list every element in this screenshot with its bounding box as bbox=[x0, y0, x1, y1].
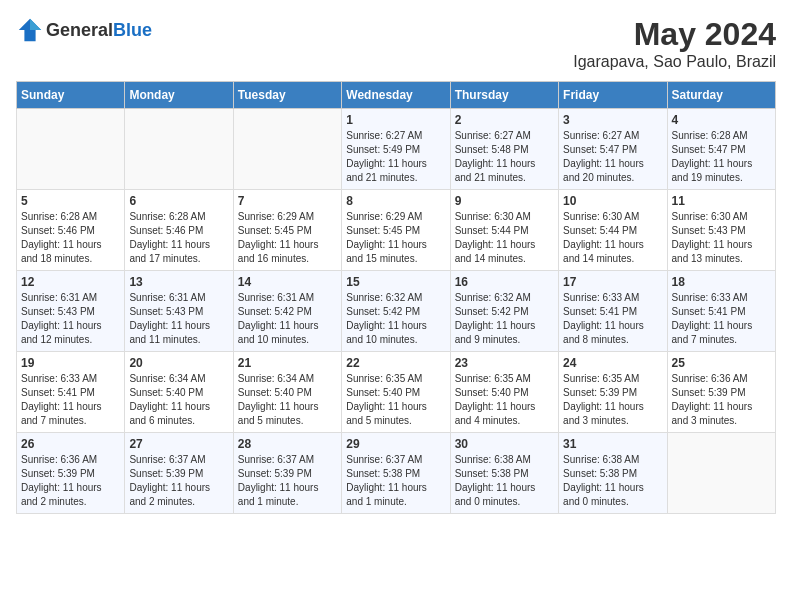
day-info: Sunrise: 6:31 AMSunset: 5:43 PMDaylight:… bbox=[21, 291, 120, 347]
day-info: Sunrise: 6:29 AMSunset: 5:45 PMDaylight:… bbox=[238, 210, 337, 266]
weekday-header: Friday bbox=[559, 82, 667, 109]
logo-blue: Blue bbox=[113, 20, 152, 40]
weekday-header: Monday bbox=[125, 82, 233, 109]
calendar-day-cell: 7Sunrise: 6:29 AMSunset: 5:45 PMDaylight… bbox=[233, 190, 341, 271]
weekday-header: Tuesday bbox=[233, 82, 341, 109]
calendar-day-cell: 29Sunrise: 6:37 AMSunset: 5:38 PMDayligh… bbox=[342, 433, 450, 514]
month-title: May 2024 bbox=[573, 16, 776, 53]
logo-text: GeneralBlue bbox=[46, 20, 152, 41]
day-number: 2 bbox=[455, 113, 554, 127]
calendar-day-cell bbox=[17, 109, 125, 190]
day-number: 22 bbox=[346, 356, 445, 370]
day-number: 16 bbox=[455, 275, 554, 289]
day-number: 8 bbox=[346, 194, 445, 208]
day-number: 13 bbox=[129, 275, 228, 289]
day-info: Sunrise: 6:28 AMSunset: 5:46 PMDaylight:… bbox=[21, 210, 120, 266]
day-number: 9 bbox=[455, 194, 554, 208]
calendar-week-row: 26Sunrise: 6:36 AMSunset: 5:39 PMDayligh… bbox=[17, 433, 776, 514]
day-info: Sunrise: 6:30 AMSunset: 5:44 PMDaylight:… bbox=[455, 210, 554, 266]
day-number: 20 bbox=[129, 356, 228, 370]
day-info: Sunrise: 6:32 AMSunset: 5:42 PMDaylight:… bbox=[346, 291, 445, 347]
calendar-day-cell: 8Sunrise: 6:29 AMSunset: 5:45 PMDaylight… bbox=[342, 190, 450, 271]
day-info: Sunrise: 6:28 AMSunset: 5:47 PMDaylight:… bbox=[672, 129, 771, 185]
day-number: 18 bbox=[672, 275, 771, 289]
logo-icon bbox=[16, 16, 44, 44]
day-info: Sunrise: 6:33 AMSunset: 5:41 PMDaylight:… bbox=[21, 372, 120, 428]
day-number: 27 bbox=[129, 437, 228, 451]
day-info: Sunrise: 6:35 AMSunset: 5:40 PMDaylight:… bbox=[346, 372, 445, 428]
calendar-day-cell bbox=[125, 109, 233, 190]
calendar-day-cell bbox=[233, 109, 341, 190]
calendar-day-cell: 3Sunrise: 6:27 AMSunset: 5:47 PMDaylight… bbox=[559, 109, 667, 190]
day-info: Sunrise: 6:33 AMSunset: 5:41 PMDaylight:… bbox=[672, 291, 771, 347]
calendar-table: SundayMondayTuesdayWednesdayThursdayFrid… bbox=[16, 81, 776, 514]
day-info: Sunrise: 6:30 AMSunset: 5:44 PMDaylight:… bbox=[563, 210, 662, 266]
calendar-day-cell: 19Sunrise: 6:33 AMSunset: 5:41 PMDayligh… bbox=[17, 352, 125, 433]
day-info: Sunrise: 6:37 AMSunset: 5:39 PMDaylight:… bbox=[129, 453, 228, 509]
calendar-day-cell: 15Sunrise: 6:32 AMSunset: 5:42 PMDayligh… bbox=[342, 271, 450, 352]
day-info: Sunrise: 6:38 AMSunset: 5:38 PMDaylight:… bbox=[563, 453, 662, 509]
calendar-day-cell: 14Sunrise: 6:31 AMSunset: 5:42 PMDayligh… bbox=[233, 271, 341, 352]
svg-marker-1 bbox=[30, 19, 41, 30]
calendar-day-cell: 16Sunrise: 6:32 AMSunset: 5:42 PMDayligh… bbox=[450, 271, 558, 352]
day-number: 11 bbox=[672, 194, 771, 208]
day-number: 29 bbox=[346, 437, 445, 451]
day-info: Sunrise: 6:28 AMSunset: 5:46 PMDaylight:… bbox=[129, 210, 228, 266]
day-info: Sunrise: 6:27 AMSunset: 5:49 PMDaylight:… bbox=[346, 129, 445, 185]
weekday-header: Saturday bbox=[667, 82, 775, 109]
calendar-week-row: 12Sunrise: 6:31 AMSunset: 5:43 PMDayligh… bbox=[17, 271, 776, 352]
day-info: Sunrise: 6:35 AMSunset: 5:40 PMDaylight:… bbox=[455, 372, 554, 428]
calendar-header: SundayMondayTuesdayWednesdayThursdayFrid… bbox=[17, 82, 776, 109]
calendar-week-row: 19Sunrise: 6:33 AMSunset: 5:41 PMDayligh… bbox=[17, 352, 776, 433]
day-info: Sunrise: 6:34 AMSunset: 5:40 PMDaylight:… bbox=[238, 372, 337, 428]
day-number: 3 bbox=[563, 113, 662, 127]
day-number: 12 bbox=[21, 275, 120, 289]
calendar-day-cell: 22Sunrise: 6:35 AMSunset: 5:40 PMDayligh… bbox=[342, 352, 450, 433]
day-info: Sunrise: 6:36 AMSunset: 5:39 PMDaylight:… bbox=[21, 453, 120, 509]
day-info: Sunrise: 6:37 AMSunset: 5:38 PMDaylight:… bbox=[346, 453, 445, 509]
weekday-header: Sunday bbox=[17, 82, 125, 109]
calendar-week-row: 1Sunrise: 6:27 AMSunset: 5:49 PMDaylight… bbox=[17, 109, 776, 190]
calendar-day-cell: 20Sunrise: 6:34 AMSunset: 5:40 PMDayligh… bbox=[125, 352, 233, 433]
calendar-day-cell: 6Sunrise: 6:28 AMSunset: 5:46 PMDaylight… bbox=[125, 190, 233, 271]
weekday-header: Thursday bbox=[450, 82, 558, 109]
calendar-day-cell: 2Sunrise: 6:27 AMSunset: 5:48 PMDaylight… bbox=[450, 109, 558, 190]
day-info: Sunrise: 6:38 AMSunset: 5:38 PMDaylight:… bbox=[455, 453, 554, 509]
day-number: 31 bbox=[563, 437, 662, 451]
calendar-day-cell: 1Sunrise: 6:27 AMSunset: 5:49 PMDaylight… bbox=[342, 109, 450, 190]
calendar-day-cell: 11Sunrise: 6:30 AMSunset: 5:43 PMDayligh… bbox=[667, 190, 775, 271]
day-info: Sunrise: 6:31 AMSunset: 5:42 PMDaylight:… bbox=[238, 291, 337, 347]
day-number: 5 bbox=[21, 194, 120, 208]
day-number: 28 bbox=[238, 437, 337, 451]
calendar-day-cell: 17Sunrise: 6:33 AMSunset: 5:41 PMDayligh… bbox=[559, 271, 667, 352]
calendar-day-cell: 5Sunrise: 6:28 AMSunset: 5:46 PMDaylight… bbox=[17, 190, 125, 271]
day-number: 24 bbox=[563, 356, 662, 370]
calendar-day-cell: 31Sunrise: 6:38 AMSunset: 5:38 PMDayligh… bbox=[559, 433, 667, 514]
day-info: Sunrise: 6:27 AMSunset: 5:48 PMDaylight:… bbox=[455, 129, 554, 185]
day-number: 7 bbox=[238, 194, 337, 208]
day-info: Sunrise: 6:27 AMSunset: 5:47 PMDaylight:… bbox=[563, 129, 662, 185]
logo-general: General bbox=[46, 20, 113, 40]
calendar-day-cell: 10Sunrise: 6:30 AMSunset: 5:44 PMDayligh… bbox=[559, 190, 667, 271]
calendar-day-cell: 24Sunrise: 6:35 AMSunset: 5:39 PMDayligh… bbox=[559, 352, 667, 433]
day-number: 30 bbox=[455, 437, 554, 451]
calendar-body: 1Sunrise: 6:27 AMSunset: 5:49 PMDaylight… bbox=[17, 109, 776, 514]
day-number: 21 bbox=[238, 356, 337, 370]
title-section: May 2024 Igarapava, Sao Paulo, Brazil bbox=[573, 16, 776, 71]
page-header: GeneralBlue May 2024 Igarapava, Sao Paul… bbox=[16, 16, 776, 71]
weekday-header: Wednesday bbox=[342, 82, 450, 109]
day-info: Sunrise: 6:29 AMSunset: 5:45 PMDaylight:… bbox=[346, 210, 445, 266]
calendar-day-cell: 25Sunrise: 6:36 AMSunset: 5:39 PMDayligh… bbox=[667, 352, 775, 433]
day-number: 25 bbox=[672, 356, 771, 370]
day-number: 26 bbox=[21, 437, 120, 451]
calendar-day-cell: 18Sunrise: 6:33 AMSunset: 5:41 PMDayligh… bbox=[667, 271, 775, 352]
day-info: Sunrise: 6:35 AMSunset: 5:39 PMDaylight:… bbox=[563, 372, 662, 428]
day-number: 4 bbox=[672, 113, 771, 127]
day-number: 6 bbox=[129, 194, 228, 208]
weekday-row: SundayMondayTuesdayWednesdayThursdayFrid… bbox=[17, 82, 776, 109]
calendar-day-cell: 23Sunrise: 6:35 AMSunset: 5:40 PMDayligh… bbox=[450, 352, 558, 433]
day-number: 15 bbox=[346, 275, 445, 289]
calendar-week-row: 5Sunrise: 6:28 AMSunset: 5:46 PMDaylight… bbox=[17, 190, 776, 271]
day-info: Sunrise: 6:36 AMSunset: 5:39 PMDaylight:… bbox=[672, 372, 771, 428]
day-info: Sunrise: 6:31 AMSunset: 5:43 PMDaylight:… bbox=[129, 291, 228, 347]
